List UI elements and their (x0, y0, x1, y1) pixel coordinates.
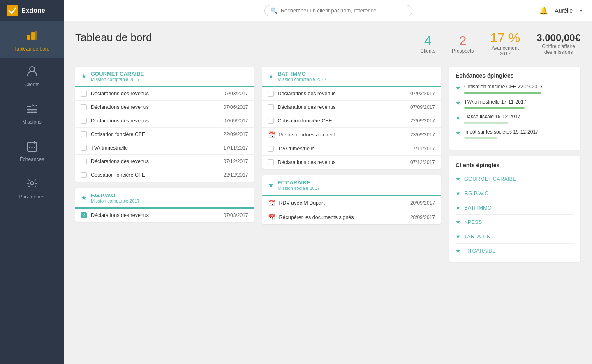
deadline-star-icon[interactable]: ★ (456, 84, 461, 91)
card-client-name-fgpwo: F.G.P.W.O (91, 192, 140, 198)
task-name: Récupérer les documents signés (279, 214, 406, 220)
pinned-star-icon[interactable]: ★ (456, 204, 461, 211)
divider (456, 229, 574, 229)
divider (456, 200, 574, 200)
task-date: 22/12/2017 (223, 172, 248, 178)
pinned-star-icon[interactable]: ★ (456, 233, 461, 240)
pinned-client-name[interactable]: FITCARAIBE (464, 248, 496, 254)
pinned-star-icon[interactable]: ★ (456, 219, 461, 225)
card-header-info-bati: BATI IMMO Mission comptable 2017 (278, 71, 327, 82)
stats-row: 4 Clients 2 Prospects 17 % Avancement 20… (420, 31, 580, 57)
task-item: Déclarations des revenus 07/03/2017 (262, 87, 441, 101)
task-checkbox[interactable] (268, 118, 274, 124)
stat-clients: 4 Clients (420, 34, 435, 54)
card-star-icon-gourmet[interactable]: ★ (81, 72, 87, 80)
deadline-star-icon[interactable]: ★ (456, 99, 461, 106)
card-header-fgpwo: ★ F.G.P.W.O Mission comptable 2017 (75, 188, 254, 209)
missions-icon (26, 102, 38, 117)
task-checkbox[interactable] (81, 91, 87, 97)
task-name: Déclarations des revenus (91, 91, 219, 97)
sidebar-item-missions[interactable]: Missions (0, 95, 64, 132)
clients-pinned-panel: Clients épinglés ★ GOURMET CARAIBE ★ F.G… (449, 156, 580, 262)
task-item: Cotisation foncière CFE 22/09/2017 (262, 114, 441, 128)
card-client-name-fitcaraibe: FITCARAIBE (278, 180, 320, 186)
pinned-client-item: ★ FITCARAIBE (456, 245, 574, 256)
task-checkbox[interactable] (268, 146, 274, 152)
task-checkbox[interactable] (81, 104, 87, 110)
sidebar-item-tableau-de-bord[interactable]: Tableau de bord (0, 22, 64, 58)
task-checkbox[interactable] (268, 159, 274, 165)
topbar: 🔍 🔔 Aurélie ▾ (64, 0, 592, 21)
task-date: 07/09/2017 (223, 118, 248, 124)
pinned-client-name[interactable]: F.G.P.W.O (464, 190, 489, 196)
stat-chiffre: 3.000,00€ Chiffre d'affaire des missions (536, 33, 580, 55)
pinned-star-icon[interactable]: ★ (456, 190, 461, 196)
task-name: Pièces rendues au client (279, 132, 406, 138)
card-gourmet-caraibe: ★ GOURMET CARAIBE Mission comptable 2017… (75, 67, 254, 182)
task-checkbox[interactable] (268, 91, 274, 97)
task-date: 20/09/2017 (410, 200, 435, 206)
clients-icon (26, 65, 38, 80)
task-date: 07/09/2017 (410, 104, 435, 110)
stat-prospects: 2 Prospects (452, 34, 474, 54)
stat-chiffre-label: Chiffre d'affaire des missions (536, 44, 580, 55)
sidebar-item-clients[interactable]: Clients (0, 58, 64, 95)
task-name: Déclarations des revenus (278, 159, 406, 165)
task-name: Déclarations des revenus (278, 91, 406, 97)
deadline-star-icon[interactable]: ★ (456, 114, 461, 121)
svg-rect-10 (31, 147, 32, 148)
notification-bell-icon[interactable]: 🔔 (539, 6, 548, 15)
search-box[interactable]: 🔍 (264, 5, 412, 16)
pinned-client-name[interactable]: KPESS (464, 219, 482, 225)
pinned-client-item: ★ BATI IMMO (456, 202, 574, 213)
sidebar-item-echeances[interactable]: Échéances (0, 132, 64, 170)
card-mission-gourmet: Mission comptable 2017 (91, 77, 144, 82)
task-item: Déclarations des revenus 07/12/2017 (262, 156, 441, 169)
sidebar-item-label-clients: Clients (24, 82, 39, 88)
sidebar-item-parametres[interactable]: Paramètres (0, 170, 64, 207)
task-item: 📅 Pièces rendues au client 23/09/2017 (262, 128, 441, 142)
task-item: 📅 RDV avec M Dupart 20/09/2017 (262, 196, 441, 210)
task-checkbox[interactable] (81, 172, 87, 178)
task-name: Déclarations des revenus (91, 212, 219, 218)
pinned-star-icon[interactable]: ★ (456, 175, 461, 182)
user-menu-chevron-icon[interactable]: ▾ (580, 8, 582, 13)
pinned-star-icon[interactable]: ★ (456, 247, 461, 254)
sidebar-logo: Exdone (0, 0, 64, 22)
deadline-item: ★ Impôt sur les sociétés 15-12-2017 (456, 129, 574, 139)
card-star-icon-fitcaraibe[interactable]: ★ (268, 181, 274, 189)
main-wrapper: 🔍 🔔 Aurélie ▾ Tableau de bord 4 Clients … (64, 0, 592, 364)
card-header-bati: ★ BATI IMMO Mission comptable 2017 (262, 67, 441, 87)
user-name[interactable]: Aurélie (555, 7, 573, 14)
task-checkbox-checked[interactable] (81, 212, 87, 218)
task-checkbox[interactable] (268, 104, 274, 110)
task-checkbox[interactable] (81, 159, 87, 164)
stat-clients-count: 4 (420, 34, 435, 47)
card-star-icon-bati[interactable]: ★ (268, 72, 274, 80)
sidebar: Exdone Tableau de bord Clients (0, 0, 64, 364)
pinned-client-name[interactable]: BATI IMMO (464, 205, 492, 211)
search-input[interactable] (281, 7, 406, 14)
pinned-client-item: ★ GOURMET CARAIBE (456, 173, 574, 184)
task-checkbox[interactable] (81, 145, 87, 151)
task-name: Cotisation foncière CFE (91, 172, 219, 178)
card-star-icon-fgpwo[interactable]: ★ (81, 194, 87, 202)
deadline-star-icon[interactable]: ★ (456, 129, 461, 136)
task-name: Déclarations des revenus (91, 159, 219, 164)
task-date: 07/12/2017 (223, 159, 248, 164)
logo-icon (7, 5, 18, 16)
dashboard-icon (25, 28, 39, 44)
deadline-info: Liasse fiscale 15-12-2017 (464, 114, 574, 124)
search-icon: 🔍 (271, 7, 278, 14)
pinned-client-name[interactable]: TARTA TIN (464, 233, 490, 240)
task-item: TVA trimestrielle 17/11/2017 (262, 142, 441, 156)
echeances-panel: Échéances épinglées ★ Cotisation foncièr… (449, 67, 580, 150)
pinned-client-name[interactable]: GOURMET CARAIBE (464, 176, 516, 182)
task-checkbox[interactable] (81, 118, 87, 124)
task-list-fgpwo: Déclarations des revenus 07/03/2017 (75, 209, 254, 222)
stat-avancement: 17 % Avancement 2017 (490, 31, 520, 57)
card-mission-fgpwo: Mission comptable 2017 (91, 198, 140, 203)
task-checkbox[interactable] (81, 131, 87, 137)
sidebar-item-label-parametres: Paramètres (19, 194, 44, 200)
clients-panel-title: Clients épinglés (456, 162, 574, 168)
